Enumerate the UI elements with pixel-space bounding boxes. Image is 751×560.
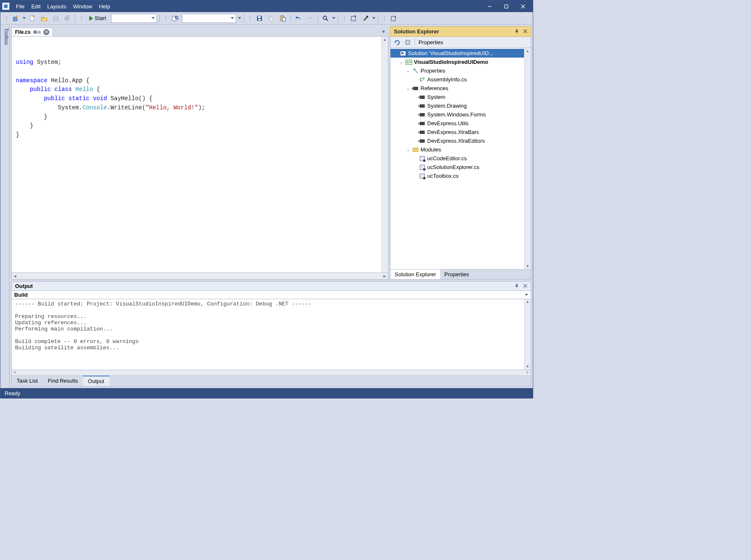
new-file-button[interactable] <box>28 13 38 23</box>
svg-line-23 <box>326 19 328 21</box>
config-combo[interactable] <box>111 14 157 23</box>
toolbar-separator <box>318 14 318 23</box>
paste-button[interactable] <box>278 13 288 23</box>
tree-row[interactable]: ⌄C#VisualStudioInspiredUIDemo <box>391 58 531 66</box>
status-text: Ready <box>5 390 20 396</box>
save-all-button[interactable] <box>63 13 73 23</box>
tree-row[interactable]: ucCodeEditor.cs <box>391 154 531 163</box>
toolbar-grip[interactable]: ⋮ <box>78 15 84 21</box>
toolbar-separator <box>244 14 244 23</box>
extra-button[interactable] <box>389 13 399 23</box>
tree-row[interactable]: DevExpress.Utils <box>391 119 531 128</box>
svg-point-22 <box>323 16 327 19</box>
title-bar: File Edit Layouts Window Help <box>0 0 533 12</box>
collapse-icon[interactable] <box>404 38 411 46</box>
redo-button[interactable] <box>305 13 315 23</box>
tab-overflow-button[interactable]: ▾ <box>379 27 388 36</box>
main-toolbar: ⋮ ⋮ Start ⋮ ⋮ ⋮ ⋮ <box>0 12 533 25</box>
tree-row[interactable]: ucSolutionExplorer.cs <box>391 163 531 172</box>
toolbar-separator <box>75 14 76 23</box>
tab-solution-explorer[interactable]: Solution Explorer <box>391 270 440 279</box>
tree-row[interactable]: DevExpress.XtraBars <box>391 128 531 136</box>
output-title: Output <box>15 283 33 289</box>
start-button[interactable]: Start <box>86 14 109 22</box>
status-bar: Ready <box>0 388 533 398</box>
pin-panel-icon[interactable] <box>514 29 519 34</box>
new-item-button[interactable] <box>11 13 21 23</box>
save-button[interactable] <box>51 13 61 23</box>
menu-file[interactable]: File <box>13 2 28 11</box>
editor-vertical-scrollbar[interactable]: ▲ <box>381 37 388 272</box>
find-combo[interactable] <box>182 14 236 23</box>
pin-panel-icon[interactable] <box>514 284 519 288</box>
refresh-icon[interactable] <box>393 38 401 46</box>
settings-button[interactable] <box>360 13 370 23</box>
tree-row[interactable]: ucToolbox.cs <box>391 172 531 180</box>
start-label: Start <box>95 15 106 21</box>
close-button[interactable] <box>514 0 531 12</box>
find-dropdown[interactable] <box>238 17 241 19</box>
properties-button[interactable]: Properties <box>418 39 443 45</box>
editor-tab-label: File.cs <box>15 29 30 35</box>
output-horizontal-scrollbar[interactable]: ◄► <box>11 370 531 376</box>
sync-button[interactable] <box>349 13 359 23</box>
tree-row[interactable]: ⌄Modules <box>391 145 531 154</box>
tab-find-results[interactable]: Find Results <box>43 376 83 386</box>
find-button[interactable] <box>170 13 180 23</box>
main-area: Toolbox File.cs �ılı ✕ ▾ using System; n… <box>0 25 533 388</box>
svg-line-14 <box>177 18 179 20</box>
maximize-button[interactable] <box>498 0 514 12</box>
close-panel-icon[interactable] <box>523 284 527 288</box>
toolbar-grip[interactable]: ⋮ <box>3 15 9 21</box>
solution-explorer-title: Solution Explorer <box>394 28 439 35</box>
solution-explorer-toolbar: Properties <box>390 37 531 48</box>
toolbar-grip[interactable]: ⋮ <box>381 15 387 21</box>
toolbar-grip[interactable]: ⋮ <box>247 15 253 21</box>
tree-row[interactable]: DevExpress.XtraEditors <box>391 136 531 145</box>
new-item-dropdown[interactable] <box>23 17 26 19</box>
toolbar-grip[interactable]: ⋮ <box>341 15 347 21</box>
tree-row[interactable]: ⌄References <box>391 84 531 93</box>
tree-vertical-scrollbar[interactable]: ▲▼ <box>524 48 531 269</box>
copy-button[interactable] <box>266 13 276 23</box>
editor-tab[interactable]: File.cs �ılı ✕ <box>11 28 53 36</box>
output-vertical-scrollbar[interactable]: ▲▼ <box>524 299 531 370</box>
output-source-combo[interactable]: Build <box>11 291 531 299</box>
solution-tree[interactable]: Solution 'VisualStudioInspiredUID...⌄C#V… <box>390 48 531 270</box>
code-editor[interactable]: using System; namespace Hello.App { publ… <box>11 36 388 273</box>
output-text[interactable]: ------ Build started: Project: VisualStu… <box>11 299 531 370</box>
tree-row[interactable]: ⌄🔧Properties <box>391 66 531 75</box>
open-button[interactable] <box>39 13 49 23</box>
tree-row[interactable]: System.Drawing <box>391 101 531 110</box>
search-button[interactable] <box>320 13 330 23</box>
toolbar-grip[interactable]: ⋮ <box>162 15 169 21</box>
settings-dropdown[interactable] <box>372 17 376 19</box>
svg-rect-18 <box>270 17 273 21</box>
menu-layouts[interactable]: Layouts <box>44 2 69 11</box>
tab-output[interactable]: Output <box>83 376 109 386</box>
search-dropdown[interactable] <box>332 17 335 19</box>
menu-edit[interactable]: Edit <box>28 2 43 11</box>
svg-rect-10 <box>54 16 57 18</box>
save-blue-button[interactable] <box>255 13 265 23</box>
svg-rect-11 <box>55 19 57 20</box>
editor-horizontal-scrollbar[interactable]: ◄► <box>11 273 388 280</box>
menu-help[interactable]: Help <box>96 2 113 11</box>
minimize-button[interactable] <box>481 0 498 12</box>
play-icon <box>89 16 93 21</box>
undo-button[interactable] <box>293 13 303 23</box>
tab-task-list[interactable]: Task List <box>12 376 43 386</box>
tab-properties[interactable]: Properties <box>440 270 473 279</box>
pin-icon[interactable]: �ılı <box>33 30 40 35</box>
tree-row[interactable]: System <box>391 93 531 101</box>
close-tab-icon[interactable]: ✕ <box>43 29 49 35</box>
menu-window[interactable]: Window <box>70 2 95 11</box>
toolbar-separator <box>378 14 378 23</box>
tree-row[interactable]: Solution 'VisualStudioInspiredUID... <box>391 49 531 58</box>
tree-row[interactable]: C#AssemblyInfo.cs <box>391 75 531 84</box>
close-panel-icon[interactable] <box>523 29 527 34</box>
toolbox-tab[interactable]: Toolbox <box>0 25 10 388</box>
toolbar-separator <box>338 14 338 23</box>
tree-row[interactable]: System.Windows.Forms <box>391 110 531 119</box>
svg-rect-15 <box>258 16 261 18</box>
